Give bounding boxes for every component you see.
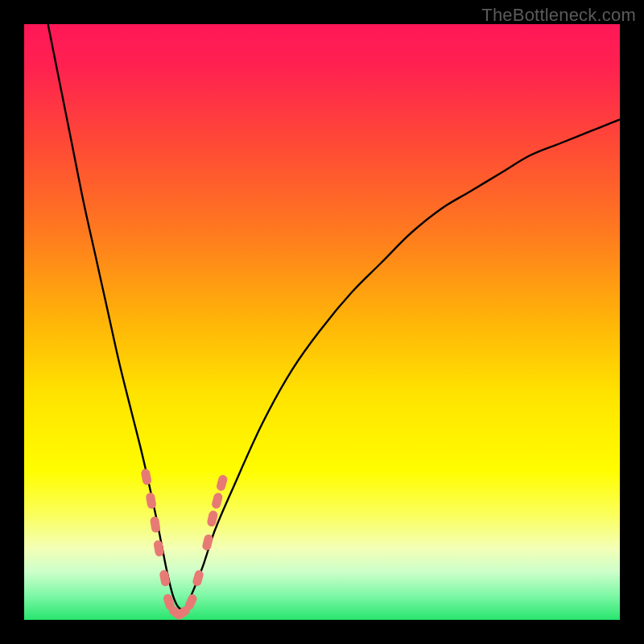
curve-marker [159,569,171,587]
plot-area [24,24,620,620]
chart-frame: TheBottleneck.com [0,0,644,644]
marker-layer [140,469,228,620]
curve-marker [145,492,156,510]
bottleneck-curve [48,24,620,609]
chart-svg [24,24,620,620]
curve-marker [140,469,152,486]
curve-marker [192,569,204,587]
curve-marker [211,492,224,510]
curve-marker [153,539,164,557]
curve-marker [150,516,161,534]
curve-marker [216,474,229,492]
watermark-text: TheBottleneck.com [481,5,636,26]
curve-marker [201,534,213,551]
